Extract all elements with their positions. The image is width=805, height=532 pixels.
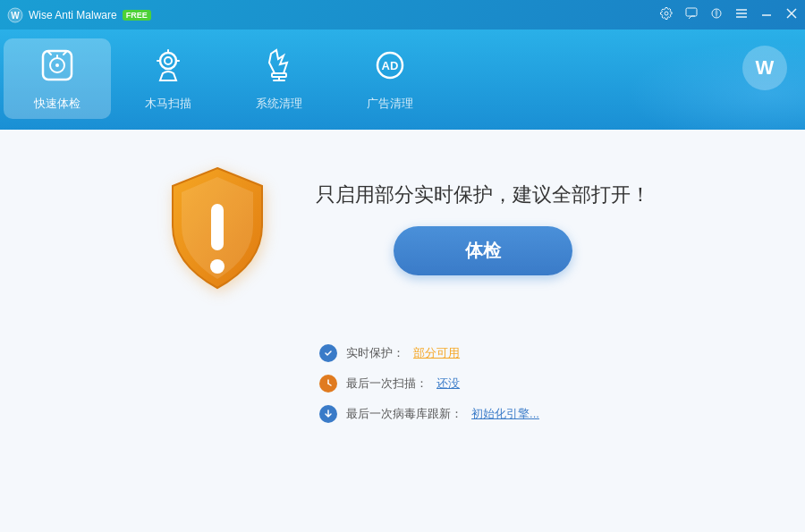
svg-point-17 bbox=[160, 53, 176, 69]
tab-system-clean-label: 系统清理 bbox=[256, 96, 302, 112]
skin-icon[interactable] bbox=[710, 7, 723, 22]
app-title: Wise Anti Malware bbox=[29, 9, 117, 21]
tab-quick-scan-label: 快速体检 bbox=[34, 96, 80, 112]
svg-rect-22 bbox=[272, 73, 286, 77]
status-text-block: 只启用部分实时保护，建议全部打开！ 体检 bbox=[316, 182, 650, 275]
last-scan-value[interactable]: 还没 bbox=[436, 376, 460, 392]
app-logo-icon: W bbox=[7, 7, 23, 23]
status-main-text: 只启用部分实时保护，建议全部打开！ bbox=[316, 182, 650, 208]
main-content: 只启用部分实时保护，建议全部打开！ 体检 实时保护： 部分可用 bbox=[0, 130, 805, 532]
svg-text:W: W bbox=[11, 11, 20, 21]
last-scan-item: 最后一次扫描： 还没 bbox=[319, 375, 539, 393]
virus-db-value[interactable]: 初始化引擎... bbox=[471, 406, 539, 422]
feedback-icon[interactable] bbox=[685, 7, 698, 22]
scan-button[interactable]: 体检 bbox=[394, 226, 572, 275]
menu-icon[interactable] bbox=[735, 7, 748, 22]
status-section: 只启用部分实时保护，建议全部打开！ 体检 bbox=[155, 156, 650, 300]
svg-point-18 bbox=[165, 57, 172, 64]
trojan-scan-icon bbox=[149, 46, 187, 92]
avatar[interactable]: W bbox=[742, 46, 787, 90]
realtime-protection-item: 实时保护： 部分可用 bbox=[319, 344, 539, 362]
tab-quick-scan[interactable]: 快速体检 bbox=[4, 38, 111, 119]
warning-shield-icon bbox=[159, 161, 275, 295]
realtime-label: 实时保护： bbox=[346, 345, 404, 361]
title-left: W Wise Anti Malware FREE bbox=[7, 7, 151, 23]
title-bar: W Wise Anti Malware FREE bbox=[0, 0, 805, 30]
svg-point-2 bbox=[665, 12, 668, 15]
tab-trojan-scan[interactable]: 木马扫描 bbox=[114, 38, 222, 119]
virus-db-label: 最后一次病毒库跟新： bbox=[346, 406, 462, 422]
svg-text:AD: AD bbox=[382, 59, 399, 72]
settings-icon[interactable] bbox=[660, 7, 673, 22]
close-button[interactable] bbox=[785, 7, 798, 22]
tab-trojan-scan-label: 木马扫描 bbox=[145, 96, 191, 112]
free-badge: FREE bbox=[123, 10, 151, 21]
shield-check-icon bbox=[319, 344, 337, 362]
tab-ad-clean[interactable]: AD 广告清理 bbox=[336, 38, 444, 119]
clock-icon bbox=[319, 375, 337, 393]
download-icon bbox=[319, 405, 337, 423]
ad-clean-icon: AD bbox=[371, 46, 409, 92]
realtime-value[interactable]: 部分可用 bbox=[413, 345, 460, 361]
svg-point-13 bbox=[55, 63, 59, 67]
svg-point-28 bbox=[210, 259, 225, 274]
nav-bar: 快速体检 木马扫描 系统清理 bbox=[0, 30, 805, 130]
shield-container bbox=[155, 156, 280, 300]
last-scan-label: 最后一次扫描： bbox=[346, 376, 428, 392]
svg-rect-27 bbox=[211, 204, 224, 250]
tab-ad-clean-label: 广告清理 bbox=[367, 96, 413, 112]
info-list: 实时保护： 部分可用 最后一次扫描： 还没 最后一 bbox=[319, 344, 539, 423]
title-controls bbox=[660, 7, 798, 22]
system-clean-icon bbox=[260, 46, 298, 92]
tab-system-clean[interactable]: 系统清理 bbox=[225, 38, 333, 119]
virus-db-item: 最后一次病毒库跟新： 初始化引擎... bbox=[319, 405, 539, 423]
minimize-button[interactable] bbox=[760, 7, 773, 22]
svg-rect-3 bbox=[686, 8, 697, 16]
quick-scan-icon bbox=[38, 46, 76, 92]
